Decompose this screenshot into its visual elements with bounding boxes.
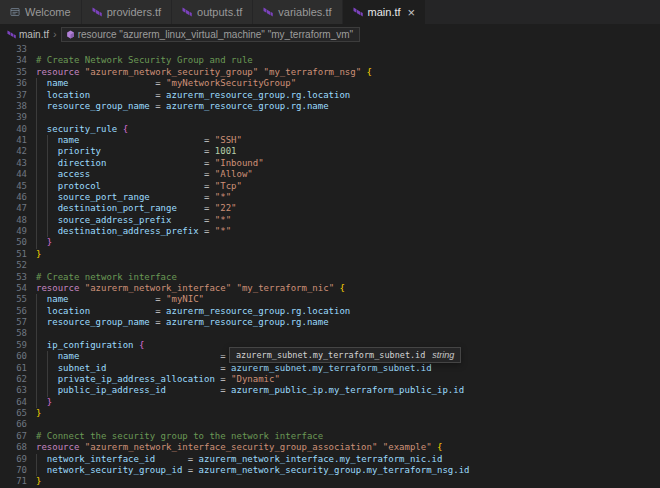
line-number[interactable]: 64	[0, 397, 27, 408]
code-token: =	[90, 169, 215, 179]
code-token: =	[69, 294, 167, 304]
code-token: "22"	[215, 203, 237, 213]
line-number[interactable]: 66	[0, 419, 27, 430]
code-token: "SSH"	[215, 135, 242, 145]
line-number[interactable]: 41	[0, 135, 27, 146]
code-line[interactable]: 44 access = "Allow"	[0, 169, 660, 180]
line-number[interactable]: 52	[0, 260, 27, 271]
line-number[interactable]: 61	[0, 363, 27, 374]
tab-close-icon[interactable]: ×	[408, 6, 416, 19]
code-line[interactable]: 63 public_ip_address_id = azurerm_public…	[0, 385, 660, 396]
line-number[interactable]: 36	[0, 78, 27, 89]
code-line[interactable]: 69 network_interface_id = azurerm_networ…	[0, 454, 660, 465]
line-number[interactable]: 55	[0, 294, 27, 305]
code-line[interactable]: 53 # Create network interface	[0, 272, 660, 283]
code-line[interactable]: 46 source_port_range = "*"	[0, 192, 660, 203]
code-line[interactable]: 52	[0, 260, 660, 271]
tab-label: main.tf	[368, 6, 401, 18]
code-editor[interactable]: 33 34 # Create Network Security Group an…	[0, 44, 660, 488]
line-number[interactable]: 47	[0, 203, 27, 214]
code-line[interactable]: 34 # Create Network Security Group and r…	[0, 55, 660, 66]
code-text: public_ip_address_id = azurerm_public_ip…	[36, 385, 464, 396]
line-number[interactable]: 50	[0, 237, 27, 248]
line-number[interactable]: 51	[0, 249, 27, 260]
tab-label: providers.tf	[107, 6, 161, 18]
line-number[interactable]: 57	[0, 317, 27, 328]
tab-welcome[interactable]: Welcome	[0, 0, 81, 24]
code-line[interactable]: 56 location = azurerm_resource_group.rg.…	[0, 306, 660, 317]
code-line[interactable]: 58	[0, 328, 660, 339]
code-line[interactable]: 49 destination_address_prefix = "*"	[0, 226, 660, 237]
line-number[interactable]: 43	[0, 158, 27, 169]
line-number[interactable]: 70	[0, 465, 27, 476]
code-line[interactable]: 57 resource_group_name = azurerm_resourc…	[0, 317, 660, 328]
line-number[interactable]: 33	[0, 44, 27, 55]
code-line[interactable]: 43 direction = "Inbound"	[0, 158, 660, 169]
code-line[interactable]: 70 network_security_group_id = azurerm_n…	[0, 465, 660, 476]
line-number[interactable]: 39	[0, 112, 27, 123]
code-token: network_security_group_id	[36, 465, 182, 475]
line-number[interactable]: 63	[0, 385, 27, 396]
code-line[interactable]: 45 protocol = "Tcp"	[0, 181, 660, 192]
line-number[interactable]: 34	[0, 55, 27, 66]
code-token: {	[123, 124, 128, 134]
tab-outputs.tf[interactable]: outputs.tf	[172, 0, 252, 24]
code-line[interactable]: 51 }	[0, 249, 660, 260]
code-line[interactable]: 48 source_address_prefix = "*"	[0, 215, 660, 226]
code-line[interactable]: 37 location = azurerm_resource_group.rg.…	[0, 90, 660, 101]
indent-guide	[36, 158, 37, 169]
code-line[interactable]: 61 subnet_id = azurerm_subnet.my_terrafo…	[0, 363, 660, 374]
line-number[interactable]: 49	[0, 226, 27, 237]
tab-providers.tf[interactable]: providers.tf	[82, 0, 171, 24]
line-number[interactable]: 58	[0, 328, 27, 339]
code-line[interactable]: 40 security_rule {	[0, 124, 660, 135]
line-number[interactable]: 42	[0, 146, 27, 157]
code-line[interactable]: 33	[0, 44, 660, 55]
code-line[interactable]: 55 name = "myNIC"	[0, 294, 660, 305]
line-number[interactable]: 37	[0, 90, 27, 101]
line-number[interactable]: 67	[0, 431, 27, 442]
line-number[interactable]: 59	[0, 340, 27, 351]
code-line[interactable]: 47 destination_port_range = "22"	[0, 203, 660, 214]
code-line[interactable]: 38 resource_group_name = azurerm_resourc…	[0, 101, 660, 112]
line-number[interactable]: 38	[0, 101, 27, 112]
code-text: resource "azurerm_network_interface_secu…	[36, 442, 442, 453]
code-line[interactable]: 68 resource "azurerm_network_interface_s…	[0, 442, 660, 453]
line-number[interactable]: 48	[0, 215, 27, 226]
line-number[interactable]: 45	[0, 181, 27, 192]
code-line[interactable]: 54 resource "azurerm_network_interface" …	[0, 283, 660, 294]
line-number[interactable]: 46	[0, 192, 27, 203]
line-number[interactable]: 53	[0, 272, 27, 283]
line-number[interactable]: 69	[0, 454, 27, 465]
code-line[interactable]: 50 }	[0, 237, 660, 248]
line-number[interactable]: 40	[0, 124, 27, 135]
code-line[interactable]: 66	[0, 419, 660, 430]
code-line[interactable]: 71 }	[0, 476, 660, 487]
code-line[interactable]: 42 priority = 1001	[0, 146, 660, 157]
code-line[interactable]: 62 private_ip_address_allocation = "Dyna…	[0, 374, 660, 385]
code-line[interactable]: 35 resource "azurerm_network_security_gr…	[0, 67, 660, 78]
code-token: resource	[36, 67, 79, 77]
line-number[interactable]: 62	[0, 374, 27, 385]
tab-variables.tf[interactable]: variables.tf	[253, 0, 341, 24]
indent-guide	[47, 158, 48, 169]
code-line[interactable]: 39	[0, 112, 660, 123]
code-line[interactable]: 36 name = "myNetworkSecurityGroup"	[0, 78, 660, 89]
line-number[interactable]: 65	[0, 408, 27, 419]
code-line[interactable]: 67 # Connect the security group to the n…	[0, 431, 660, 442]
line-number[interactable]: 68	[0, 442, 27, 453]
breadcrumb-file[interactable]: main.tf	[19, 29, 49, 40]
tab-main.tf[interactable]: main.tf ×	[343, 0, 426, 24]
code-token: }	[36, 237, 52, 247]
code-line[interactable]: 65 }	[0, 408, 660, 419]
breadcrumb-symbol-box[interactable]: resource "azurerm_linux_virtual_machine"…	[61, 27, 360, 42]
line-number[interactable]: 71	[0, 476, 27, 487]
line-number[interactable]: 56	[0, 306, 27, 317]
line-number[interactable]: 35	[0, 67, 27, 78]
code-token: "my_terraform_nsg"	[264, 67, 362, 77]
line-number[interactable]: 54	[0, 283, 27, 294]
line-number[interactable]: 44	[0, 169, 27, 180]
line-number[interactable]: 60	[0, 351, 27, 362]
code-line[interactable]: 41 name = "SSH"	[0, 135, 660, 146]
code-line[interactable]: 64 }	[0, 397, 660, 408]
